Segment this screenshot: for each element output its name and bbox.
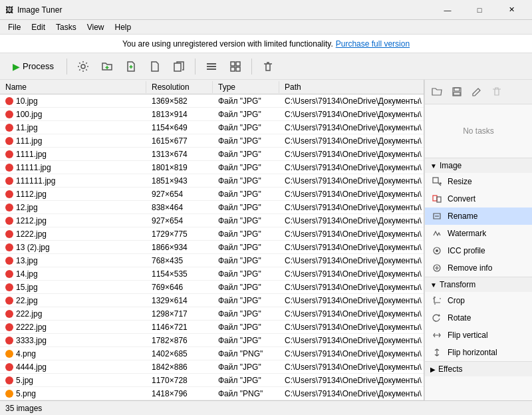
col-header-type[interactable]: Type [213,81,279,93]
task-fliph[interactable]: Flip horizontal [425,344,532,361]
table-row[interactable]: 1112.jpg 927×654 Файл "JPG" C:\Users\791… [0,188,424,201]
task-rotate-label: Rotate [448,313,471,323]
svg-rect-13 [433,196,437,201]
col-header-name[interactable]: Name [0,81,146,93]
process-label: Process [23,61,54,71]
task-convert[interactable]: Convert [425,190,532,208]
table-row[interactable]: 13 (2).jpg 1866×934 Файл "JPG" C:\Users\… [0,241,424,254]
file-list-body[interactable]: 10.jpg 1369×582 Файл "JPG" C:\Users\7913… [0,94,424,400]
row-name: 13.jpg [0,255,146,266]
table-row[interactable]: 12.jpg 838×464 Файл "JPG" C:\Users\79134… [0,201,424,214]
row-resolution: 1313×674 [146,149,213,160]
new-button[interactable] [144,56,166,77]
grid-view-button[interactable] [225,56,246,77]
svg-rect-6 [236,62,240,66]
table-row[interactable]: 2222.jpg 1146×721 Файл "JPG" C:\Users\79… [0,321,424,334]
copy-button[interactable] [168,56,190,77]
table-row[interactable]: 22.jpg 1329×614 Файл "JPG" C:\Users\7913… [0,294,424,307]
add-folder-button[interactable] [96,56,118,77]
row-name: 2222.jpg [0,322,146,333]
table-row[interactable]: 15.jpg 769×646 Файл "JPG" C:\Users\79134… [0,281,424,294]
row-name: 111.jpg [0,136,146,146]
add-files-button[interactable] [120,56,142,77]
effects-chevron-icon: ▶ [430,366,436,373]
title-bar: 🖼 Image Tuner — □ ✕ [0,0,532,20]
task-convert-label: Convert [448,194,475,204]
task-watermark[interactable]: Watermark [425,225,532,242]
row-type: Файл "JPG" [213,136,279,146]
task-resize[interactable]: Resize [425,173,532,190]
effects-section-header[interactable]: ▶ Effects [425,361,532,376]
file-type-icon [5,230,13,238]
row-type: Файл "JPG" [213,176,279,186]
task-rename[interactable]: Rename [425,208,532,225]
task-flipv[interactable]: Flip vertical [425,327,532,344]
row-path: C:\Users\79134\OneDrive\Документы\ [279,295,424,306]
row-type: Файл "JPG" [213,375,279,386]
table-row[interactable]: 4444.jpg 1842×886 Файл "JPG" C:\Users\79… [0,360,424,374]
table-row[interactable]: 10.jpg 1369×582 Файл "JPG" C:\Users\7913… [0,94,424,108]
list-view-button[interactable] [201,56,222,77]
file-type-icon [5,164,13,172]
task-rotate[interactable]: Rotate [425,309,532,327]
table-row[interactable]: 11111.jpg 1801×819 Файл "JPG" C:\Users\7… [0,161,424,174]
table-row[interactable]: 1212.jpg 927×654 Файл "JPG" C:\Users\791… [0,214,424,227]
col-header-path[interactable]: Path [279,81,424,93]
svg-rect-8 [236,67,240,71]
rp-edit-button[interactable] [467,82,486,101]
row-path: C:\Users\79134\OneDrive\Документы\ [279,149,424,160]
file-type-icon [5,177,13,185]
menu-help[interactable]: Help [110,21,137,33]
col-header-resolution[interactable]: Resolution [146,81,213,93]
row-type: Файл "JPG" [213,162,279,173]
table-row[interactable]: 111.jpg 1615×677 Файл "JPG" C:\Users\791… [0,134,424,148]
row-path: C:\Users\79134\OneDrive\Документы\ [279,215,424,226]
rp-delete-button[interactable] [487,82,506,101]
table-row[interactable]: 1222.jpg 1729×775 Файл "JPG" C:\Users\79… [0,227,424,241]
maximize-button[interactable]: □ [464,0,495,20]
no-tasks-text: No tasks [463,126,494,136]
window-title: Image Tuner [17,5,432,15]
new-file-icon [149,61,161,72]
table-row[interactable]: 14.jpg 1154×535 Файл "JPG" C:\Users\7913… [0,267,424,281]
table-row[interactable]: 3333.jpg 1782×876 Файл "JPG" C:\Users\79… [0,334,424,347]
table-row[interactable]: 222.jpg 1298×717 Файл "JPG" C:\Users\791… [0,307,424,321]
row-path: C:\Users\79134\OneDrive\Документы\ [279,388,424,399]
menu-file[interactable]: File [3,21,26,33]
menu-view[interactable]: View [82,21,110,33]
process-button[interactable]: ▶ Process [5,58,61,75]
file-type-icon [5,190,13,198]
file-type-icon [5,110,13,118]
delete-button[interactable] [257,56,279,77]
table-row[interactable]: 111111.jpg 1851×943 Файл "JPG" C:\Users\… [0,174,424,188]
purchase-link[interactable]: Purchase full version [336,39,410,49]
row-resolution: 1782×876 [146,335,213,346]
menu-edit[interactable]: Edit [26,21,51,33]
watermark-icon [432,228,442,239]
table-row[interactable]: 11.jpg 1154×649 Файл "JPG" C:\Users\7913… [0,121,424,134]
row-path: C:\Users\79134\OneDrive\Документы\ [279,136,424,146]
rp-folder-button[interactable] [428,82,446,101]
minimize-button[interactable]: — [432,0,463,20]
rp-save-button[interactable] [448,82,466,101]
table-row[interactable]: 100.jpg 1813×914 Файл "JPG" C:\Users\791… [0,108,424,121]
svg-rect-5 [231,62,235,66]
menu-tasks[interactable]: Tasks [51,21,82,33]
transform-section-header[interactable]: ▼ Transform [425,277,532,292]
table-row[interactable]: 5.jpg 1170×728 Файл "JPG" C:\Users\79134… [0,374,424,387]
table-row[interactable]: 1111.jpg 1313×674 Файл "JPG" C:\Users\79… [0,148,424,161]
table-row[interactable]: 5.png 1418×796 Файл "PNG" C:\Users\79134… [0,387,424,400]
task-crop[interactable]: Crop [425,292,532,309]
image-section-header[interactable]: ▼ Image [425,158,532,173]
svg-rect-2 [207,63,216,65]
close-button[interactable]: ✕ [496,0,527,20]
table-row[interactable]: 4.png 1402×685 Файл "PNG" C:\Users\79134… [0,347,424,360]
task-removeinfo[interactable]: Remove info [425,259,532,277]
icc-icon [432,245,442,256]
table-row[interactable]: 13.jpg 768×435 Файл "JPG" C:\Users\79134… [0,254,424,267]
settings-button[interactable] [72,56,94,77]
row-resolution: 1615×677 [146,136,213,146]
rename-icon [432,211,442,221]
row-resolution: 768×435 [146,255,213,266]
task-icc[interactable]: ICC profile [425,242,532,259]
